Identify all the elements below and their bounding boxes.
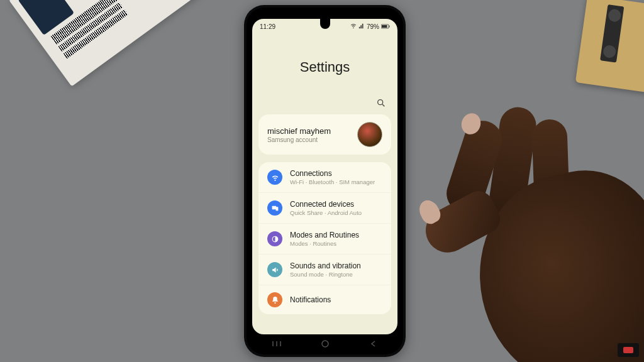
wifi-icon	[267, 170, 282, 185]
row-subtitle: Sound mode · Ringtone	[290, 271, 382, 278]
signal-icon	[358, 23, 365, 30]
row-subtitle: Modes · Routines	[290, 240, 382, 247]
recents-button[interactable]	[271, 339, 282, 348]
battery-icon	[381, 23, 390, 30]
status-time: 11:29	[260, 23, 275, 30]
wooden-block	[575, 0, 644, 93]
hand	[405, 94, 644, 362]
svg-rect-2	[389, 25, 390, 27]
row-subtitle: Quick Share · Android Auto	[290, 209, 382, 216]
hinge-hardware	[600, 4, 624, 63]
svg-rect-5	[272, 206, 276, 209]
back-button[interactable]	[368, 339, 379, 348]
account-card[interactable]: mischief mayhem Samsung account	[258, 114, 391, 155]
svg-rect-6	[275, 207, 278, 211]
phone-device: 11:29 79% Sett	[244, 5, 406, 357]
search-icon[interactable]	[376, 98, 386, 108]
settings-row-connected-devices[interactable]: Connected devices Quick Share · Android …	[258, 192, 391, 223]
svg-point-3	[378, 100, 383, 105]
photo-scene: Galaxy A06 11:29	[0, 0, 644, 362]
settings-row-connections[interactable]: Connections Wi-Fi · Bluetooth · SIM mana…	[258, 162, 391, 192]
avatar	[357, 122, 382, 147]
row-title: Modes and Routines	[290, 231, 382, 239]
sound-icon	[267, 262, 282, 277]
settings-row-notifications[interactable]: Notifications	[258, 285, 391, 314]
account-subtitle: Samsung account	[267, 136, 351, 143]
page-title: Settings	[252, 59, 397, 75]
devices-icon	[267, 200, 282, 216]
product-box: Galaxy A06	[9, 0, 204, 87]
phone-screen: 11:29 79% Sett	[252, 19, 397, 334]
channel-logo	[618, 343, 639, 357]
row-title: Sounds and vibration	[290, 261, 382, 270]
settings-row-modes[interactable]: Modes and Routines Modes · Routines	[258, 223, 391, 254]
settings-header: Settings	[252, 33, 397, 98]
row-title: Connected devices	[290, 200, 382, 209]
settings-row-sounds[interactable]: Sounds and vibration Sound mode · Ringto…	[258, 254, 391, 285]
wifi-icon	[350, 23, 357, 30]
settings-list: Connections Wi-Fi · Bluetooth · SIM mana…	[258, 162, 391, 314]
row-title: Connections	[290, 169, 382, 178]
row-subtitle: Wi-Fi · Bluetooth · SIM manager	[290, 178, 382, 185]
battery-text: 79%	[367, 23, 379, 30]
home-button[interactable]	[319, 339, 331, 348]
camera-notch	[320, 19, 330, 29]
android-nav-bar	[252, 337, 397, 351]
account-name: mischief mayhem	[267, 126, 351, 136]
svg-rect-1	[382, 25, 387, 28]
modes-icon	[267, 231, 282, 246]
row-title: Notifications	[290, 295, 382, 304]
notifications-icon	[267, 292, 282, 307]
svg-line-4	[382, 104, 384, 106]
svg-point-11	[322, 341, 328, 347]
